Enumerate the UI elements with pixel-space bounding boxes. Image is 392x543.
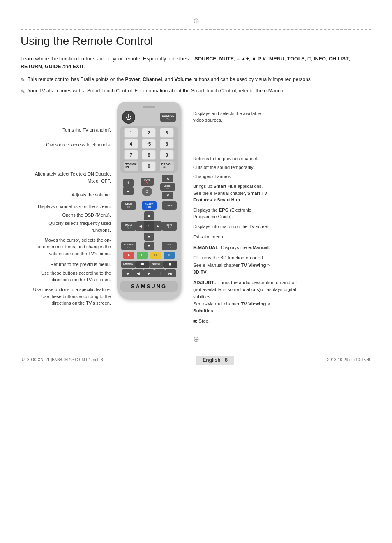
ch-up-btn[interactable]: ∧ bbox=[162, 175, 173, 182]
btn-8[interactable]: 8 bbox=[142, 150, 156, 160]
return-button[interactable]: RETURN ↩□ bbox=[121, 242, 136, 250]
stop-note: ■: Stop. bbox=[193, 318, 298, 325]
footer-date-info: 2013-10-29 □□ 10:15:49 bbox=[327, 358, 371, 362]
note-2: ✎ Your TV also comes with a Smart Touch … bbox=[21, 87, 371, 96]
ann-color-btns: Use these buttons according to thedirect… bbox=[41, 270, 111, 283]
btn-6[interactable]: 6 bbox=[160, 139, 174, 149]
ch-down-btn[interactable]: ∨ bbox=[162, 192, 173, 199]
numpad-row-4: TTX/MIX≡✎ 0 PRE-CH□⇒ bbox=[122, 161, 176, 171]
ann-return: Returns to the previous menu. bbox=[51, 261, 111, 268]
ann-volume: Adjusts the volume. bbox=[71, 192, 111, 198]
tools-dpad-info-row: TOOLS 🔧□ ▲ ▼ ◀ ▶ ↵ INFO ℹ□ bbox=[120, 211, 178, 241]
crosshair-bottom: ⊕ bbox=[21, 335, 371, 344]
ann-exits-menu: Exits the menu. bbox=[193, 233, 298, 240]
ann-cursor: Moves the cursor, selects the on-screen … bbox=[37, 237, 111, 257]
btn-9[interactable]: 9 bbox=[160, 150, 174, 160]
btn-b[interactable]: B bbox=[137, 252, 148, 259]
mute-area: MUTE 🔇 ⊙ bbox=[141, 178, 154, 196]
dpad-right[interactable]: ▶ bbox=[154, 221, 162, 231]
ann-direct-access: Gives direct access to channels. bbox=[46, 141, 111, 148]
remote-control: ⏻ SOURCE ⇒□ 1 2 3 4 ·5 bbox=[117, 102, 187, 299]
ann-info-screen: Displays information on the TV screen. bbox=[193, 223, 298, 230]
color-buttons-row: A B C D bbox=[120, 252, 178, 259]
btn-1[interactable]: 1 bbox=[124, 128, 138, 138]
diagram-area: Turns the TV on and off. Gives direct ac… bbox=[21, 102, 371, 328]
ann-source: Displays and selects the availablevideo … bbox=[193, 110, 298, 124]
adsubt-button[interactable]: AD/SUBT. bbox=[149, 261, 163, 268]
power-source-row: ⏻ SOURCE ⇒□ bbox=[120, 111, 178, 124]
numpad-row-2: 4 ·5 6 bbox=[122, 139, 176, 149]
play-btn[interactable]: ▶ bbox=[143, 269, 154, 277]
exit-button[interactable]: EXIT →□ bbox=[162, 242, 177, 250]
dpad-left[interactable]: ◀ bbox=[136, 221, 144, 231]
emanual-row: E-MANUAL 3D AD/SUBT. ■ bbox=[120, 261, 178, 268]
nav-center-icon[interactable]: ⊙ bbox=[142, 187, 152, 196]
dpad: ▲ ▼ ◀ ▶ ↵ bbox=[136, 211, 162, 241]
ann-changes-ch: Changes channels. bbox=[193, 173, 298, 180]
source-button[interactable]: SOURCE ⇒□ bbox=[160, 113, 176, 122]
ann-pre-ch: Returns to the previous channel. bbox=[193, 155, 298, 162]
info-button[interactable]: INFO ℹ□ bbox=[162, 222, 177, 231]
volume-control: + – bbox=[123, 179, 134, 195]
remote-notch bbox=[143, 106, 155, 108]
right-annotations-panel: Displays and selects the availablevideo … bbox=[187, 102, 298, 328]
vol-up-btn[interactable]: + bbox=[123, 179, 134, 187]
vol-ch-area: + – MUTE 🔇 ⊙ ∧ C bbox=[120, 174, 178, 200]
pause-btn[interactable]: ⏸ bbox=[154, 269, 165, 277]
stop-button[interactable]: ■ bbox=[163, 261, 177, 268]
tools-button[interactable]: TOOLS 🔧□ bbox=[121, 222, 136, 231]
intro-text: Learn where the function buttons are on … bbox=[21, 55, 371, 71]
smart-hub-button[interactable]: SMART HUB bbox=[142, 201, 157, 210]
ann-smart-hub: Brings up Smart Hub applications.See the… bbox=[193, 183, 298, 203]
dpad-up[interactable]: ▲ bbox=[144, 211, 154, 220]
btn-5[interactable]: ·5 bbox=[142, 139, 156, 149]
menu-smarthub-guide-row: MENU ≡□ SMART HUB GUIDE bbox=[120, 201, 178, 210]
btn-ttx[interactable]: TTX/MIX≡✎ bbox=[124, 161, 138, 171]
bottom-notes: E-MANUAL: Displays the e-Manual. ☐: Turn… bbox=[193, 244, 298, 325]
btn-4[interactable]: 4 bbox=[124, 139, 138, 149]
prev-btn[interactable]: ◀ bbox=[133, 269, 143, 277]
btn-7[interactable]: 7 bbox=[124, 150, 138, 160]
channel-control: ∧ CH LIST □□ ∨ bbox=[160, 174, 175, 200]
mute-button[interactable]: MUTE 🔇 bbox=[141, 178, 154, 186]
page-number: English - 8 bbox=[196, 356, 234, 365]
source-icon: ⇒□ bbox=[166, 117, 170, 120]
btn-d[interactable]: D bbox=[164, 252, 175, 259]
power-button[interactable]: ⏻ bbox=[122, 111, 135, 124]
dpad-center-btn[interactable]: ↵ bbox=[144, 221, 154, 231]
ann-ch-list: Displays channel lists on the screen. bbox=[38, 203, 111, 210]
threed-button[interactable]: 3D bbox=[135, 261, 149, 268]
ch-list-button[interactable]: CH LIST □□ bbox=[160, 183, 175, 191]
btn-prech[interactable]: PRE-CH□⇒ bbox=[160, 161, 174, 171]
btn-0[interactable]: 0 bbox=[142, 161, 156, 171]
note-1: ✎ This remote control has Braille points… bbox=[21, 76, 371, 84]
adsubt-note: AD/SUBT.: Turns the audio description on… bbox=[193, 279, 298, 314]
numpad-row-1: 1 2 3 bbox=[122, 128, 176, 138]
ffwd-btn[interactable]: ⏭ bbox=[165, 269, 176, 277]
crosshair-top: ⊕ bbox=[21, 16, 371, 25]
page-title: Using the Remote Control bbox=[21, 35, 371, 48]
left-annotations-panel: Turns the TV on and off. Gives direct ac… bbox=[21, 102, 117, 307]
ann-mute: Cuts off the sound temporarily. bbox=[193, 164, 298, 171]
guide-button[interactable]: GUIDE bbox=[162, 201, 177, 210]
btn-2[interactable]: 2 bbox=[142, 128, 156, 138]
btn-3[interactable]: 3 bbox=[160, 128, 174, 138]
emanual-button[interactable]: E-MANUAL bbox=[121, 261, 135, 268]
ann-media-btns: Use these buttons in a specific feature.… bbox=[33, 286, 111, 306]
page-footer: [UF8000-XN_ZF]BN68-04794C-06L04.indb 8 E… bbox=[21, 352, 371, 365]
rewind-btn[interactable]: ⏮ bbox=[122, 269, 133, 277]
ann-epg: Displays the EPG (ElectronicProgramme Gu… bbox=[193, 207, 298, 220]
vol-down-btn[interactable]: – bbox=[123, 187, 134, 195]
dpad-down[interactable]: ▼ bbox=[144, 233, 154, 241]
btn-a[interactable]: A bbox=[123, 252, 134, 259]
menu-button[interactable]: MENU ≡□ bbox=[121, 201, 136, 210]
down-arrow-btn[interactable]: ▼ bbox=[144, 242, 154, 250]
ann-tools: Quickly selects frequently usedfunctions… bbox=[48, 220, 111, 233]
numpad: 1 2 3 4 ·5 6 7 8 9 TTX/MIX bbox=[120, 126, 178, 173]
ann-turns-on: Turns the TV on and off. bbox=[62, 127, 111, 133]
ann-teletext: Alternately select Teletext ON Double,Mi… bbox=[35, 171, 111, 184]
note-icon-2: ✎ bbox=[21, 88, 25, 96]
btn-c[interactable]: C bbox=[150, 252, 161, 259]
footer-file-info: [UF8000-XN_ZF]BN68-04794C-06L04.indb 8 bbox=[21, 358, 103, 362]
numpad-row-3: 7 8 9 bbox=[122, 150, 176, 160]
